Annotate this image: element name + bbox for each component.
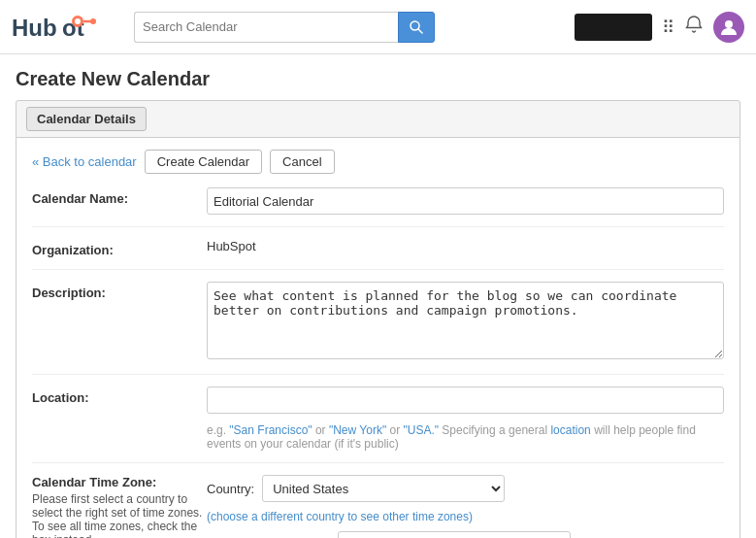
- header: Hub ot ⠿: [0, 0, 756, 54]
- search-icon: [410, 20, 423, 34]
- description-textarea[interactable]: See what content is planned for the blog…: [207, 282, 724, 359]
- timezone-label-col: Calendar Time Zone: Please first select …: [32, 475, 207, 538]
- search-input[interactable]: [134, 12, 398, 43]
- hubspot-logo-svg: Hub ot: [12, 10, 118, 45]
- svg-point-5: [90, 18, 96, 24]
- calendar-name-label: Calendar Name:: [32, 187, 207, 206]
- timezone-select[interactable]: (GMT-05:00) Eastern Time: [338, 531, 571, 538]
- create-calendar-button[interactable]: Create Calendar: [145, 150, 262, 174]
- organization-value: HubSpot: [207, 235, 256, 253]
- country-row: Country: United States: [207, 475, 724, 502]
- timezone-row: Calendar Time Zone: Please first select …: [32, 475, 724, 538]
- location-hint-usa: "USA.": [403, 423, 439, 437]
- location-hint-ny: "New York": [329, 423, 386, 437]
- country-hint: (choose a different country to see other…: [207, 510, 724, 523]
- user-avatar[interactable]: [713, 12, 744, 43]
- location-input[interactable]: [207, 387, 724, 414]
- svg-text:Hub: Hub: [12, 15, 57, 41]
- description-field: See what content is planned for the blog…: [207, 282, 724, 362]
- page-title: Create New Calendar: [16, 68, 740, 90]
- header-black-button[interactable]: [575, 14, 652, 41]
- location-hint-link: location: [550, 423, 590, 437]
- page-content: Create New Calendar Calendar Details « B…: [0, 54, 756, 538]
- description-row: Description: See what content is planned…: [32, 282, 724, 375]
- country-label: Country:: [207, 482, 254, 496]
- svg-point-3: [75, 18, 81, 24]
- timezone-label: Calendar Time Zone:: [32, 475, 207, 489]
- location-hint: e.g. "San Francisco" or "New York" or "U…: [207, 423, 724, 451]
- back-to-calendar-link[interactable]: « Back to calendar: [32, 154, 137, 169]
- location-label: Location:: [32, 387, 207, 405]
- cancel-button[interactable]: Cancel: [270, 150, 334, 174]
- location-row: Location: e.g. "San Francisco" or "New Y…: [32, 387, 724, 463]
- location-field: e.g. "San Francisco" or "New York" or "U…: [207, 387, 724, 451]
- notification-bell-icon[interactable]: [684, 15, 704, 39]
- organization-row: Organization: HubSpot: [32, 239, 724, 270]
- timezone-select-row: Now select a time zone: (GMT-05:00) East…: [207, 531, 724, 538]
- timezone-desc: Please first select a country to select …: [32, 492, 207, 538]
- logo: Hub ot: [12, 10, 118, 45]
- tab-calendar-details[interactable]: Calendar Details: [26, 107, 147, 131]
- search-bar: [134, 12, 435, 43]
- location-hint-sf: "San Francisco": [229, 423, 312, 437]
- organization-field: HubSpot: [207, 239, 724, 253]
- svg-point-8: [725, 20, 733, 28]
- description-label: Description:: [32, 282, 207, 300]
- country-select[interactable]: United States: [262, 475, 505, 502]
- timezone-field: Country: United States (choose a differe…: [207, 475, 724, 538]
- header-right: ⠿: [575, 12, 744, 43]
- svg-line-7: [418, 29, 422, 33]
- tab-bar: Calendar Details: [16, 100, 740, 138]
- search-button[interactable]: [398, 12, 435, 43]
- form-area: « Back to calendar Create Calendar Cance…: [16, 138, 740, 538]
- grid-icon[interactable]: ⠿: [662, 17, 674, 38]
- calendar-name-row: Calendar Name:: [32, 187, 724, 227]
- organization-label: Organization:: [32, 239, 207, 257]
- calendar-name-field: [207, 187, 724, 215]
- action-row: « Back to calendar Create Calendar Cance…: [32, 150, 724, 174]
- calendar-name-input[interactable]: [207, 187, 724, 215]
